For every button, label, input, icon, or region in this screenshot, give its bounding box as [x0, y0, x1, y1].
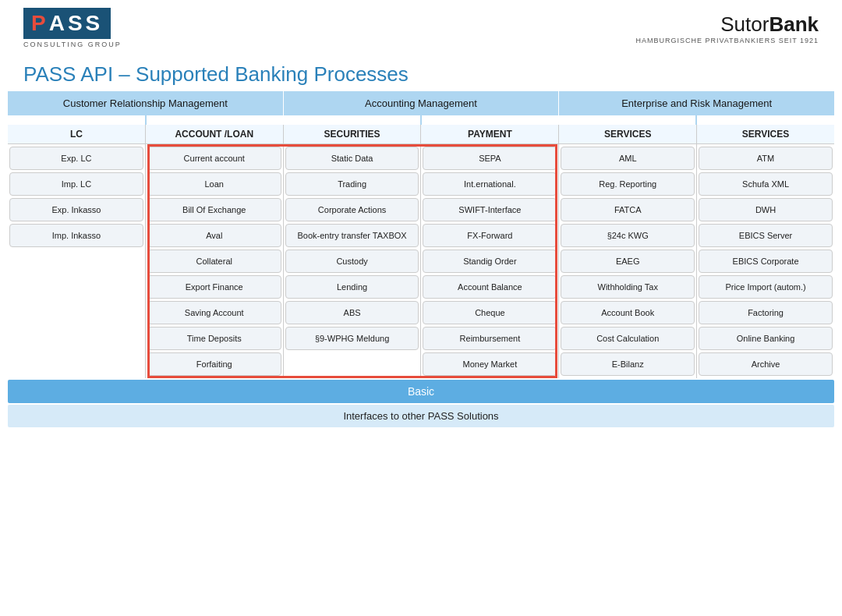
- connector-area: [8, 115, 834, 125]
- cell-export-finance: Export Finance: [147, 275, 281, 299]
- cell-lc-empty5: [9, 352, 143, 376]
- sutor-name: SutorBank: [635, 12, 819, 37]
- cell-lending: Lending: [285, 275, 419, 299]
- sutor-logo: SutorBank HAMBURGISCHE PRIVATBANKIERS SE…: [635, 12, 819, 44]
- cell-corporate-actions: Corporate Actions: [285, 198, 419, 221]
- cell-trading: Trading: [285, 172, 419, 196]
- cell-fatca: FATCA: [561, 198, 695, 221]
- col-header-securities: SECURITIES: [284, 125, 422, 143]
- cell-time-deposits: Time Deposits: [147, 327, 281, 350]
- cell-static-data: Static Data: [285, 147, 419, 170]
- cat-crm: Customer Relationship Management: [8, 91, 284, 115]
- conn1: [8, 115, 283, 125]
- pass-p: P: [31, 11, 49, 36]
- cell-fx-forward: FX-Forward: [423, 224, 557, 247]
- cell-eaeg: EAEG: [561, 250, 695, 273]
- cell-account-book: Account Book: [561, 301, 695, 324]
- cell-schufa-xml: Schufa XML: [699, 172, 833, 196]
- cell-collateral: Collateral: [147, 250, 281, 273]
- cell-exp-lc: Exp. LC: [9, 147, 143, 170]
- cell-custody: Custody: [285, 250, 419, 273]
- col-header-payment: PAYMENT: [421, 125, 559, 143]
- pass-logo-box: P ASS: [23, 8, 111, 39]
- col-header-lc: LC: [8, 125, 146, 143]
- pass-subtitle: CONSULTING GROUP: [23, 41, 122, 48]
- cell-imp-lc: Imp. LC: [9, 172, 143, 196]
- cell-withholding-tax: Withholding Tax: [561, 275, 695, 299]
- col-account-loan: Current account Loan Bill Of Exchange Av…: [146, 144, 284, 378]
- cell-standig-order: Standig Order: [423, 250, 557, 273]
- cell-aml: AML: [561, 147, 695, 170]
- cell-aval: Aval: [147, 224, 281, 247]
- col-payment: SEPA Int.ernational. SWIFT-Interface FX-…: [421, 144, 559, 378]
- col-header-services1: SERVICES: [559, 125, 697, 143]
- pass-ass: ASS: [49, 11, 104, 36]
- cell-lc-empty2: [9, 275, 143, 299]
- col-lc: Exp. LC Imp. LC Exp. Inkasso Imp. Inkass…: [8, 144, 146, 378]
- cell-price-import: Price Import (autom.): [699, 275, 833, 299]
- grid-container: Exp. LC Imp. LC Exp. Inkasso Imp. Inkass…: [8, 144, 834, 378]
- cell-money-market: Money Market: [423, 352, 557, 376]
- col-header-account: ACCOUNT /LOAN: [146, 125, 284, 143]
- cell-lc-empty4: [9, 327, 143, 350]
- cell-24c-kwg: §24c KWG: [561, 224, 695, 247]
- cell-online-banking: Online Banking: [699, 327, 833, 350]
- cell-account-balance: Account Balance: [423, 275, 557, 299]
- col-securities: Static Data Trading Corporate Actions Bo…: [284, 144, 422, 378]
- conn3: [559, 115, 834, 125]
- page: P ASS CONSULTING GROUP SutorBank HAMBURG…: [0, 0, 842, 616]
- sutor-part2: Bank: [769, 12, 819, 36]
- cell-swift: SWIFT-Interface: [423, 198, 557, 221]
- cell-book-entry: Book-entry transfer TAXBOX: [285, 224, 419, 247]
- cell-ebics-corporate: EBICS Corporate: [699, 250, 833, 273]
- sutor-tagline: HAMBURGISCHE PRIVATBANKIERS SEIT 1921: [635, 37, 819, 44]
- cell-9wphg: §9-WPHG Meldung: [285, 327, 419, 350]
- cell-saving-account: Saving Account: [147, 301, 281, 324]
- cat-accounting: Accounting Management: [284, 91, 560, 115]
- cell-current-account: Current account: [147, 147, 281, 170]
- cell-reg-reporting: Reg. Reporting: [561, 172, 695, 196]
- pass-logo: P ASS CONSULTING GROUP: [23, 8, 122, 48]
- cell-dwh: DWH: [699, 198, 833, 221]
- cell-bill-of-exchange: Bill Of Exchange: [147, 198, 281, 221]
- cell-reimbursement: Reimbursement: [423, 327, 557, 350]
- cell-cheque: Cheque: [423, 301, 557, 324]
- cell-loan: Loan: [147, 172, 281, 196]
- cell-atm: ATM: [699, 147, 833, 170]
- cat-enterprise: Enterprise and Risk Management: [559, 91, 834, 115]
- header: P ASS CONSULTING GROUP SutorBank HAMBURG…: [0, 0, 842, 56]
- cell-lc-empty1: [9, 250, 143, 273]
- cell-international: Int.ernational.: [423, 172, 557, 196]
- cell-forfaiting: Forfaiting: [147, 352, 281, 376]
- cell-abs: ABS: [285, 301, 419, 324]
- basic-bar: Basic: [8, 380, 834, 403]
- cell-lc-empty3: [9, 301, 143, 324]
- conn2: [283, 115, 558, 125]
- category-row: Customer Relationship Management Account…: [8, 91, 834, 115]
- col-header-services2: SERVICES: [697, 125, 834, 143]
- cell-e-bilanz: E-Bilanz: [561, 352, 695, 376]
- cell-sec-empty: [285, 352, 419, 376]
- cell-sepa: SEPA: [423, 147, 557, 170]
- cell-ebics-server: EBICS Server: [699, 224, 833, 247]
- col-services2: ATM Schufa XML DWH EBICS Server EBICS Co…: [697, 144, 834, 378]
- cell-cost-calculation: Cost Calculation: [561, 327, 695, 350]
- sutor-part1: Sutor: [720, 12, 769, 36]
- interfaces-bar: Interfaces to other PASS Solutions: [8, 405, 834, 427]
- page-title: PASS API – Supported Banking Processes: [0, 56, 842, 91]
- cell-imp-inkasso: Imp. Inkasso: [9, 224, 143, 247]
- cell-factoring: Factoring: [699, 301, 833, 324]
- cell-archive: Archive: [699, 352, 833, 376]
- col-services1: AML Reg. Reporting FATCA §24c KWG EAEG W…: [559, 144, 697, 378]
- col-headers: LC ACCOUNT /LOAN SECURITIES PAYMENT SERV…: [8, 125, 834, 144]
- cell-exp-inkasso: Exp. Inkasso: [9, 198, 143, 221]
